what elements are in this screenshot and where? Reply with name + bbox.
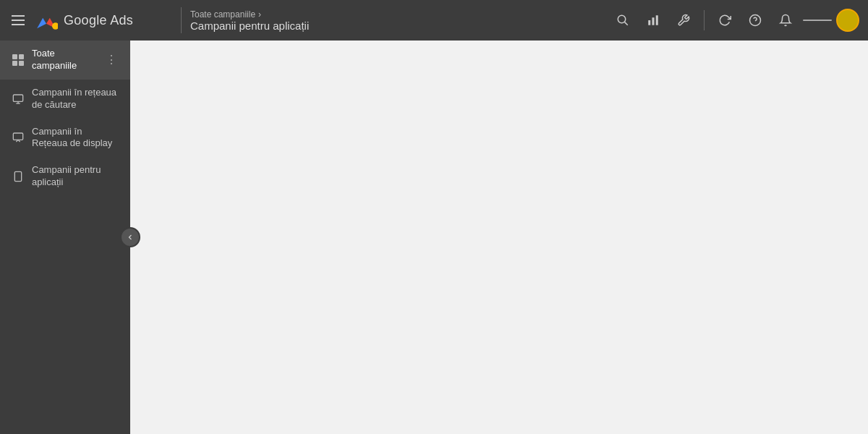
search-campaign-icon bbox=[12, 93, 25, 106]
app-title: Google Ads bbox=[64, 13, 133, 28]
sidebar-item-toate-campaniile[interactable]: Toate campaniile ⋮ bbox=[0, 41, 130, 80]
chart-icon bbox=[647, 14, 660, 27]
chevron-left-icon bbox=[126, 233, 135, 242]
svg-line-4 bbox=[625, 22, 628, 25]
breadcrumb-arrow-icon: › bbox=[258, 9, 261, 20]
reports-button[interactable] bbox=[640, 7, 666, 33]
sidebar-collapse-button[interactable] bbox=[120, 227, 140, 247]
sidebar-item-label: Campanii pentru aplicații bbox=[32, 164, 119, 189]
search-button[interactable] bbox=[610, 7, 636, 33]
wrench-icon bbox=[677, 14, 690, 27]
svg-point-3 bbox=[618, 15, 626, 23]
account-separator-line bbox=[803, 20, 832, 21]
nav-left: Google Ads bbox=[9, 9, 175, 32]
hamburger-menu-button[interactable] bbox=[9, 12, 27, 28]
breadcrumb-parent-link[interactable]: Toate campaniile bbox=[190, 9, 255, 20]
svg-rect-7 bbox=[656, 15, 658, 25]
nav-divider bbox=[181, 7, 182, 33]
refresh-button[interactable] bbox=[712, 7, 738, 33]
user-avatar[interactable] bbox=[836, 9, 859, 32]
notifications-button[interactable] bbox=[773, 7, 799, 33]
svg-point-2 bbox=[52, 22, 58, 30]
sidebar-item-label: Campanii în rețeaua de căutare bbox=[32, 87, 119, 111]
sidebar-item-campanii-display[interactable]: Campanii în Rețeaua de display bbox=[0, 119, 130, 158]
bell-icon bbox=[779, 14, 792, 27]
sidebar-item-label: Toate campaniile bbox=[32, 48, 97, 72]
main-content bbox=[130, 41, 868, 434]
main-layout: Toate campaniile ⋮ Campanii în rețeaua d… bbox=[0, 41, 868, 434]
breadcrumb-current-page: Campanii pentru aplicații bbox=[190, 20, 309, 32]
sidebar-item-label: Campanii în Rețeaua de display bbox=[32, 126, 119, 150]
breadcrumb-top: Toate campaniile › bbox=[190, 9, 309, 20]
app-campaign-icon bbox=[12, 170, 25, 183]
refresh-icon bbox=[718, 14, 731, 27]
svg-rect-5 bbox=[648, 20, 650, 25]
svg-rect-10 bbox=[13, 95, 22, 101]
tools-button[interactable] bbox=[671, 7, 697, 33]
logo-icon bbox=[35, 9, 58, 32]
svg-rect-13 bbox=[13, 133, 22, 140]
sidebar-item-campanii-aplicatii[interactable]: Campanii pentru aplicații bbox=[0, 157, 130, 196]
google-ads-logo: Google Ads bbox=[35, 9, 133, 32]
help-button[interactable] bbox=[742, 7, 768, 33]
svg-marker-0 bbox=[37, 18, 46, 28]
sidebar: Toate campaniile ⋮ Campanii în rețeaua d… bbox=[0, 41, 130, 434]
grid-icon bbox=[12, 54, 25, 67]
display-campaign-icon bbox=[12, 131, 25, 144]
svg-rect-6 bbox=[652, 17, 655, 25]
nav-right bbox=[610, 7, 859, 33]
svg-rect-14 bbox=[14, 172, 21, 182]
sidebar-item-more-button[interactable]: ⋮ bbox=[104, 53, 119, 67]
nav-tools-divider bbox=[704, 10, 705, 30]
search-icon bbox=[616, 14, 629, 27]
breadcrumb: Toate campaniile › Campanii pentru aplic… bbox=[187, 9, 309, 32]
help-icon bbox=[749, 14, 762, 27]
sidebar-item-campanii-cautare[interactable]: Campanii în rețeaua de căutare bbox=[0, 80, 130, 119]
top-navigation: Google Ads Toate campaniile › Campanii p… bbox=[0, 0, 868, 41]
